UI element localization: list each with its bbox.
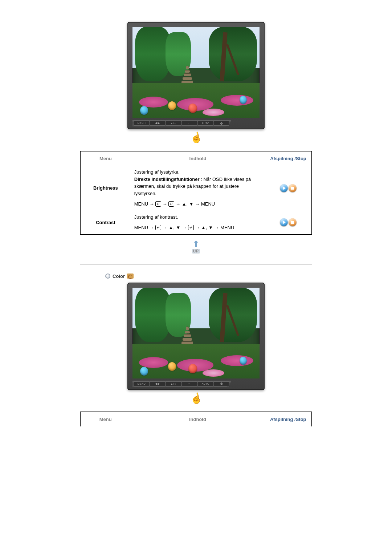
osd-leftright: ◀/▶ [150,381,165,386]
play-button[interactable] [280,218,288,226]
section-color-title: Color [80,274,312,279]
osd-enter: ↵ [182,121,197,126]
content-contrast: Justering af kontrast. MENU → ↵ → ▲, ▼ →… [131,211,265,235]
osd-menu: MENU [134,121,149,126]
monitor-screen [132,288,260,378]
hand-cursor-icon: ☝ [189,130,203,145]
bullet-icon [105,274,110,279]
enter-icon: ↵ [155,225,161,230]
up-label: UP [192,249,200,254]
osd-power: ⏻ [214,121,229,126]
col-menu: Menu [80,151,131,166]
osd-enter: ↵ [182,381,197,386]
table-row: Contrast Justering af kontrast. MENU → ↵… [80,211,312,235]
osd-upbright: ▲/☼ [166,121,181,126]
color-icon [127,274,134,279]
osd-auto: AUTO [198,121,213,126]
enter-icon: ↵ [168,201,174,207]
divider [80,264,312,265]
osd-auto: AUTO [198,381,213,386]
monitor-illustration-2: MENU ◀/▶ ▲/☼ ↵ AUTO ⏻ ☝ [47,283,345,404]
monitor-buttons: MENU ◀/▶ ▲/☼ ↵ AUTO ⏻ [132,120,231,126]
settings-table-color: Menu Indhold Afspilning /Stop [80,412,312,426]
content-brightness: Justering af lysstyrke. Direkte indstill… [131,166,265,211]
play-button[interactable] [280,184,288,192]
osd-leftright: ◀/▶ [150,121,165,126]
monitor-illustration-1: MENU ◀/▶ ▲/☼ ↵ AUTO ⏻ ☝ [47,22,345,143]
menu-brightness: Brightness [80,166,131,211]
up-link[interactable]: ⬆ UP [189,242,203,254]
table-row: Brightness Justering af lysstyrke. Direk… [80,166,312,211]
stop-button[interactable] [289,184,297,192]
enter-icon: ↵ [155,201,161,207]
osd-power: ⏻ [214,381,229,386]
osd-menu: MENU [134,381,149,386]
col-content: Indhold [131,151,265,166]
monitor-buttons: MENU ◀/▶ ▲/☼ ↵ AUTO ⏻ [132,381,231,387]
monitor-screen [132,27,260,118]
enter-icon: ↵ [188,225,194,230]
stop-button[interactable] [289,218,297,226]
monitor-frame: MENU ◀/▶ ▲/☼ ↵ AUTO ⏻ [127,22,265,129]
col-play: Afspilning /Stop [265,151,312,166]
monitor-frame: MENU ◀/▶ ▲/☼ ↵ AUTO ⏻ [127,283,265,390]
menu-contrast: Contrast [80,211,131,235]
settings-table-picture: Menu Indhold Afspilning /Stop Brightness… [80,151,312,235]
hand-cursor-icon: ☝ [189,391,203,405]
col-content: Indhold [130,412,265,426]
up-arrow-icon: ⬆ [192,242,200,247]
col-menu: Menu [80,412,130,426]
col-play: Afspilning /Stop [265,412,312,426]
osd-upbright: ▲/☼ [166,381,181,386]
